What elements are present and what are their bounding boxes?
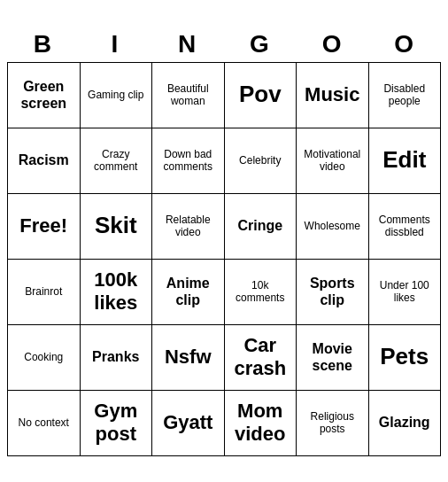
cell-text-5: Disabled people [373, 82, 437, 108]
bingo-cell-35: Glazing [369, 391, 442, 456]
header-letter-B-0: B [7, 27, 80, 62]
cell-text-3: Pov [239, 81, 282, 108]
cell-text-4: Music [305, 83, 359, 106]
cell-text-13: Skit [95, 212, 137, 239]
bingo-cell-23: Under 100 likes [369, 260, 442, 325]
cell-text-24: Cooking [24, 351, 63, 363]
header-letter-G-3: G [224, 27, 297, 62]
cell-text-28: Movie scene [300, 340, 365, 374]
bingo-cell-7: Crazy comment [81, 128, 153, 194]
cell-text-29: Pets [380, 343, 429, 370]
cell-text-27: Car crash [228, 334, 293, 381]
cell-text-34: Religious posts [300, 410, 365, 436]
bingo-cell-33: Mom video [225, 391, 297, 456]
cell-text-7: Crazy comment [84, 148, 149, 174]
cell-text-23: Under 100 likes [373, 279, 437, 305]
bingo-cell-4: Music [297, 63, 369, 128]
bingo-cell-24: Cooking [8, 325, 81, 391]
cell-text-25: Pranks [92, 348, 139, 365]
bingo-cell-17: Comments dissbled [369, 194, 442, 260]
cell-text-11: Edit [382, 146, 426, 174]
bingo-cell-8: Down bad comments [152, 128, 225, 194]
bingo-cell-26: Nsfw [152, 325, 225, 391]
bingo-cell-0: Green screen [8, 63, 81, 128]
cell-text-21: 10k comments [228, 279, 293, 305]
bingo-cell-32: Gyatt [152, 391, 225, 456]
bingo-cell-12: Free! [8, 194, 81, 260]
cell-text-9: Celebrity [239, 154, 281, 167]
bingo-cell-21: 10k comments [225, 260, 297, 325]
bingo-board: BINGOO Green screenGaming clipBeautiful … [7, 27, 441, 456]
cell-text-30: No context [19, 416, 69, 429]
bingo-cell-13: Skit [81, 194, 153, 260]
bingo-cell-30: No context [8, 391, 81, 456]
cell-text-6: Racism [19, 152, 69, 168]
cell-text-32: Gyatt [163, 411, 212, 434]
cell-text-22: Sports clip [300, 275, 365, 308]
bingo-cell-19: 100k likes [81, 260, 153, 325]
cell-text-19: 100k likes [84, 268, 149, 315]
bingo-cell-9: Celebrity [225, 128, 297, 194]
cell-text-16: Wholesome [305, 220, 360, 232]
cell-text-10: Motivational video [300, 148, 365, 174]
cell-text-15: Cringe [237, 217, 282, 234]
cell-text-2: Beautiful woman [156, 82, 220, 108]
cell-text-17: Comments dissbled [373, 214, 437, 239]
header-letter-O-5: O [368, 27, 441, 62]
bingo-grid: Green screenGaming clipBeautiful womanPo… [7, 62, 441, 456]
bingo-cell-27: Car crash [225, 325, 297, 391]
cell-text-14: Relatable video [156, 214, 220, 239]
cell-text-33: Mom video [228, 400, 293, 447]
cell-text-35: Glazing [379, 414, 430, 431]
header-letter-N-2: N [151, 27, 224, 62]
bingo-cell-5: Disabled people [369, 63, 442, 128]
cell-text-8: Down bad comments [156, 148, 220, 174]
cell-text-12: Free! [19, 214, 67, 237]
cell-text-26: Nsfw [165, 346, 212, 369]
bingo-cell-15: Cringe [225, 194, 297, 260]
cell-text-0: Green screen [12, 78, 76, 112]
header-letter-I-1: I [80, 27, 152, 62]
cell-text-20: Anime clip [156, 275, 220, 308]
bingo-cell-1: Gaming clip [81, 63, 153, 128]
bingo-cell-14: Relatable video [152, 194, 225, 260]
bingo-cell-16: Wholesome [297, 194, 369, 260]
bingo-cell-20: Anime clip [152, 260, 225, 325]
cell-text-31: Gym post [84, 400, 149, 447]
bingo-cell-2: Beautiful woman [152, 63, 225, 128]
bingo-cell-3: Pov [225, 63, 297, 128]
bingo-cell-18: Brainrot [8, 260, 81, 325]
bingo-cell-31: Gym post [81, 391, 153, 456]
bingo-cell-28: Movie scene [297, 325, 369, 391]
bingo-cell-6: Racism [8, 128, 81, 194]
header-letter-O-4: O [297, 27, 369, 62]
bingo-cell-34: Religious posts [297, 391, 369, 456]
bingo-cell-22: Sports clip [297, 260, 369, 325]
bingo-header: BINGOO [7, 27, 441, 62]
cell-text-1: Gaming clip [88, 89, 143, 101]
cell-text-18: Brainrot [25, 285, 62, 298]
bingo-cell-10: Motivational video [297, 128, 369, 194]
bingo-cell-29: Pets [369, 325, 442, 391]
bingo-cell-11: Edit [369, 128, 442, 194]
bingo-cell-25: Pranks [81, 325, 153, 391]
